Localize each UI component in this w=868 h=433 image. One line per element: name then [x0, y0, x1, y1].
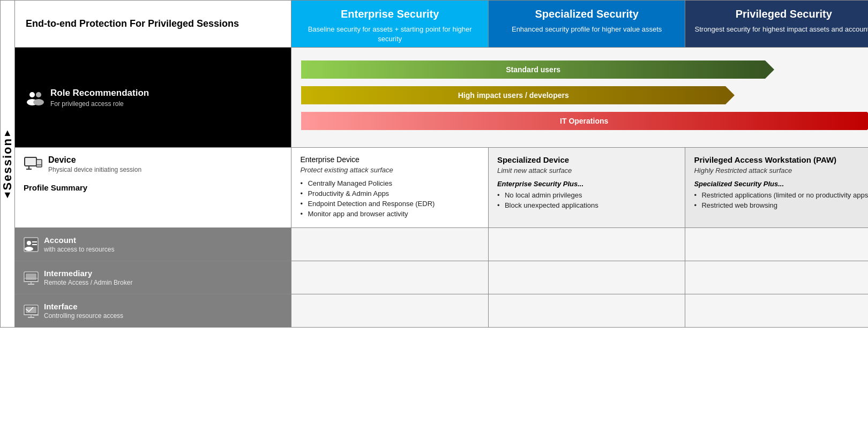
svg-point-13 — [25, 247, 33, 251]
standard-users-arrow: Standard users — [301, 60, 765, 79]
intermediary-privileged-cell — [685, 261, 868, 294]
enterprise-header-title: Enterprise Security — [297, 8, 483, 20]
account-enterprise-cell — [291, 228, 489, 261]
bullet-item: Block unexpected applications — [497, 201, 677, 209]
device-icon-area: Device Physical device initiating sessio… — [24, 155, 282, 174]
device-privileged-subtitle: Highly Restricted attack surface — [694, 166, 868, 174]
role-icon — [26, 88, 45, 107]
intermediary-icon — [24, 270, 39, 285]
device-enterprise-title: Enterprise Device — [300, 155, 480, 164]
device-specialized-plus: Enterprise Security Plus... — [497, 180, 677, 188]
account-privileged-cell — [685, 228, 868, 261]
svg-point-1 — [36, 92, 41, 97]
interface-subtitle: Controlling resource access — [44, 312, 123, 320]
svg-rect-15 — [26, 274, 36, 280]
intermediary-label-row: Intermediary Remote Access / Admin Broke… — [24, 269, 282, 286]
bullet-item: Restricted web browsing — [694, 201, 868, 209]
page-title: End-to-end Protection For Privileged Ses… — [26, 18, 280, 30]
device-specialized-title: Specialized Device — [497, 155, 677, 164]
standard-users-label: Standard users — [506, 65, 560, 74]
interface-enterprise-cell — [291, 294, 489, 328]
bullet-item: Restricted applications (limited or no p… — [694, 191, 868, 199]
interface-label-row: Interface Controlling resource access — [24, 302, 282, 320]
account-icon — [24, 237, 39, 252]
privileged-header-cell: Privileged Security Strongest security f… — [685, 1, 868, 48]
role-arrows-container: Standard users High impact users / devel… — [297, 55, 868, 140]
header-row: End-to-end Protection For Privileged Ses… — [15, 1, 869, 48]
svg-point-3 — [33, 99, 44, 105]
role-title: Role Recommendation — [50, 88, 149, 98]
bullet-item: Centrally Managed Policies — [300, 179, 480, 187]
device-privileged-title: Privileged Access Workstation (PAW) — [694, 155, 868, 164]
bullet-item: Endpoint Detection and Response (EDR) — [300, 200, 480, 208]
it-operations-arrow: IT Operations — [301, 112, 867, 130]
role-arrows-cell: Standard users High impact users / devel… — [291, 48, 868, 148]
role-row: Role Recommendation For privileged acces… — [15, 48, 869, 148]
svg-rect-4 — [25, 157, 36, 166]
device-privileged-plus: Specialized Security Plus... — [694, 180, 868, 188]
interface-label-cell: Interface Controlling resource access — [15, 294, 291, 328]
account-row: Account with access to resources — [15, 228, 869, 261]
interface-title: Interface — [44, 302, 123, 311]
account-label-cell: Account with access to resources — [15, 228, 291, 261]
session-arrow-up: ▲ — [3, 128, 12, 138]
intermediary-row: Intermediary Remote Access / Admin Broke… — [15, 261, 869, 294]
privileged-header-title: Privileged Security — [691, 8, 868, 20]
page-wrapper: ▲ Session ▼ End-to-end Protection For Pr… — [0, 0, 868, 328]
intermediary-enterprise-cell — [291, 261, 489, 294]
session-label-col: ▲ Session ▼ — [0, 0, 14, 328]
bullet-item: No local admin privileges — [497, 191, 677, 199]
specialized-header-desc: Enhanced security profile for higher val… — [512, 25, 662, 39]
enterprise-header-desc: Baseline security for assets + starting … — [308, 25, 472, 48]
high-impact-arrow: High impact users / developers — [301, 86, 725, 104]
session-arrow-down: ▼ — [3, 190, 12, 200]
device-icon — [24, 155, 43, 174]
role-subtitle: For privileged access role — [50, 100, 149, 108]
device-specialized-bullets: No local admin privileges Block unexpect… — [497, 191, 677, 209]
content-col: End-to-end Protection For Privileged Ses… — [14, 0, 868, 328]
profile-summary-label: Profile Summary — [24, 183, 282, 192]
device-privileged-bullets: Restricted applications (limited or no p… — [694, 191, 868, 209]
specialized-header-title: Specialized Security — [494, 8, 680, 20]
svg-point-10 — [27, 241, 31, 245]
role-label-cell: Role Recommendation For privileged acces… — [15, 48, 291, 148]
interface-icon — [24, 303, 39, 318]
interface-privileged-cell — [685, 294, 868, 328]
device-enterprise-bullets: Centrally Managed Policies Productivity … — [300, 179, 480, 218]
device-subtitle: Physical device initiating session — [48, 166, 141, 173]
device-enterprise-subtitle: Protect existing attack surface — [300, 166, 480, 174]
svg-point-0 — [29, 92, 35, 97]
account-title: Account — [44, 236, 114, 245]
device-specialized-subtitle: Limit new attack surface — [497, 166, 677, 174]
privileged-header-desc: Strongest security for highest impact as… — [695, 25, 868, 39]
intermediary-label-cell: Intermediary Remote Access / Admin Broke… — [15, 261, 291, 294]
device-specialized-cell: Specialized Device Limit new attack surf… — [488, 148, 685, 228]
bullet-item: Monitor app and browser activity — [300, 210, 480, 218]
specialized-header-cell: Specialized Security Enhanced security p… — [488, 1, 685, 48]
session-label: Session — [1, 138, 14, 190]
svg-rect-5 — [36, 159, 42, 167]
account-subtitle: with access to resources — [44, 246, 114, 253]
account-specialized-cell — [488, 228, 685, 261]
it-operations-label: IT Operations — [560, 117, 608, 125]
device-privileged-cell: Privileged Access Workstation (PAW) High… — [685, 148, 868, 228]
account-label-row: Account with access to resources — [24, 236, 282, 253]
enterprise-header-cell: Enterprise Security Baseline security fo… — [291, 1, 489, 48]
intermediary-subtitle: Remote Access / Admin Broker — [44, 279, 132, 286]
device-label-cell: Device Physical device initiating sessio… — [15, 148, 291, 228]
device-enterprise-cell: Enterprise Device Protect existing attac… — [291, 148, 489, 228]
interface-specialized-cell — [488, 294, 685, 328]
bullet-item: Productivity & Admin Apps — [300, 189, 480, 197]
intermediary-specialized-cell — [488, 261, 685, 294]
device-row: Device Physical device initiating sessio… — [15, 148, 869, 228]
intermediary-title: Intermediary — [44, 269, 132, 278]
header-label-cell: End-to-end Protection For Privileged Ses… — [15, 1, 291, 48]
main-table: End-to-end Protection For Privileged Ses… — [14, 0, 868, 328]
interface-row: Interface Controlling resource access — [15, 294, 869, 328]
device-title: Device — [48, 155, 141, 165]
high-impact-label: High impact users / developers — [458, 91, 569, 100]
